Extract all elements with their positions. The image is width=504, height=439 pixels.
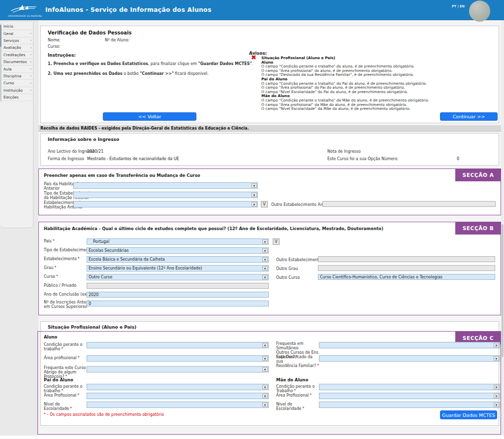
dropdown-arrow-icon[interactable]: ▼	[252, 193, 257, 197]
sidebar-menu: Início Geral› Serviços› Avaliação› Credi…	[2, 23, 33, 101]
university-logo-text: UNIVERSIDADE da MADEIRA	[8, 15, 42, 17]
mae-area-label: Área Profissional*	[276, 393, 320, 398]
forma-ingresso-value: Mestrado - Estudantes de nacionalidade d…	[87, 157, 179, 161]
page-scrollbar-thumb[interactable]	[502, 224, 504, 357]
dropdown-arrow-icon[interactable]: ▼	[252, 183, 257, 188]
avatar[interactable]	[469, 0, 490, 22]
aluno-area-label: Área profissional*	[44, 356, 88, 360]
sidebar-scrollbar[interactable]	[0, 24, 1, 101]
bottom-strip	[0, 436, 504, 439]
dropdown-arrow-icon[interactable]: ▼	[262, 343, 268, 347]
outro-estabelecimento-label: Outro Estabelecimento	[276, 258, 321, 262]
section-a-title: Preencher apenas em caso de Transferênci…	[44, 173, 200, 178]
back-button[interactable]: << Voltar	[103, 112, 196, 121]
estabelecimento-anterior-v-button[interactable]: V	[261, 201, 268, 207]
chevron-right-icon: ›	[30, 32, 32, 35]
aluno-condicao-select[interactable]: ▼	[87, 342, 269, 348]
app-header: UNIVERSIDADE da MADEIRA InfoAlunos - Ser…	[0, 0, 504, 20]
protocolo-select[interactable]: ▼	[87, 366, 269, 372]
page-title: InfoAlunos - Serviço de Informação dos A…	[45, 6, 212, 13]
frequenta-simultaneo-select[interactable]: ▼	[319, 342, 500, 348]
aluno-area-select[interactable]: ▼	[87, 355, 269, 362]
pais-select[interactable]: Portugal▼	[87, 238, 269, 245]
dropdown-arrow-icon[interactable]: ▼	[262, 248, 268, 253]
grau-select[interactable]: Ensino Secundário ou Equivalente (12º An…	[87, 265, 269, 271]
pai-title: Pai do Aluno	[44, 377, 73, 382]
dropdown-arrow-icon[interactable]: ▼	[494, 343, 499, 347]
situacao-profissional-title: Situação Profissional (Aluno e Pais)	[48, 325, 136, 330]
estabelecimento-label: Estabelecimento*	[44, 257, 80, 261]
curso-select[interactable]: Outro Curso▼	[87, 274, 269, 280]
estabelecimento-select[interactable]: Escola Básica e Secundária da Calheta▼	[87, 256, 269, 263]
dropdown-arrow-icon[interactable]: ▼	[494, 385, 499, 389]
continue-button[interactable]: Continuar >>	[440, 112, 498, 121]
tipo-estabelecimento-select[interactable]: Escolas Secundárias▼	[87, 247, 269, 254]
deslocado-residencia-select[interactable]: ▼	[319, 355, 500, 362]
mae-area-select[interactable]: ▼	[319, 393, 500, 399]
ano-lectivo-value: 2020/21	[87, 149, 103, 154]
pais-habilitacao-anterior-select[interactable]: ▼	[73, 182, 258, 189]
outro-grau-input[interactable]	[318, 265, 495, 271]
dropdown-arrow-icon[interactable]: ▼	[262, 394, 268, 398]
grau-label: Grau*	[44, 266, 56, 270]
pais-v-button[interactable]: V	[273, 238, 280, 245]
mae-nivel-select[interactable]: ▼	[319, 402, 500, 408]
sidebar-item-inicio[interactable]: Início	[2, 23, 33, 30]
dropdown-arrow-icon[interactable]: ▼	[262, 385, 268, 389]
outro-estabelecimento-anterior-input[interactable]	[322, 201, 496, 207]
save-mctes-button[interactable]: Guardar Dados MCTES	[440, 410, 497, 419]
sidebar-item-servicos[interactable]: Serviços›	[2, 37, 33, 44]
nota-ingresso-label: Nota de Ingresso	[327, 149, 361, 154]
pai-nivel-label: Nível de Escolaridade*	[44, 402, 88, 411]
chevron-right-icon: ›	[30, 67, 32, 71]
dropdown-arrow-icon[interactable]: ▼	[494, 394, 499, 398]
pai-area-label: Área Profissional*	[44, 393, 88, 398]
dropdown-arrow-icon[interactable]: ▼	[262, 356, 268, 361]
dropdown-arrow-icon[interactable]: ▼	[262, 239, 268, 244]
aviso-line: O campo "Deslocado da sua Residência Fam…	[261, 73, 497, 77]
sidebar-item-documentos[interactable]: Documentos›	[2, 59, 33, 66]
pai-condicao-select[interactable]: ▼	[87, 384, 269, 390]
sidebar-item-disciplina[interactable]: Disciplina›	[2, 73, 33, 80]
dropdown-arrow-icon[interactable]: ▼	[252, 202, 257, 206]
chevron-right-icon: ›	[30, 81, 32, 85]
estabelecimento-anterior-select[interactable]: ▼	[73, 201, 258, 207]
forma-ingresso-label: Forma de Ingresso	[48, 157, 84, 161]
dropdown-arrow-icon[interactable]: ▼	[262, 257, 268, 262]
dropdown-arrow-icon[interactable]: ▼	[262, 266, 268, 270]
publico-privado-input[interactable]	[87, 283, 269, 289]
required-marker: *	[62, 389, 63, 393]
required-marker: *	[317, 364, 319, 368]
outro-estabelecimento-input[interactable]	[318, 256, 495, 262]
sidebar-item-creditacoes[interactable]: Creditações›	[2, 52, 33, 59]
mae-condicao-select[interactable]: ▼	[319, 384, 500, 390]
language-toggle[interactable]: PT | EN	[452, 4, 465, 8]
raides-bar: Recolha de dados RAIDES - exigidos pela …	[38, 125, 501, 132]
aviso-line: O campo "Nível Escolaridade" da Mãe do a…	[261, 107, 497, 111]
mae-condicao-label: Condição perante o Trabalho*	[276, 384, 320, 393]
opcao-label: Este Curso foi a sua Opção Número:	[327, 157, 399, 161]
sidebar-item-aula[interactable]: Aula›	[2, 66, 33, 72]
ano-conclusao-input[interactable]: 2020	[87, 292, 269, 298]
sidebar-item-curso[interactable]: Curso›	[2, 80, 33, 87]
outro-curso-input[interactable]: Curso Científico-Humanístico, Curso de C…	[318, 274, 495, 280]
required-marker: *	[54, 266, 56, 270]
sidebar-item-eleicoes[interactable]: Eleições	[2, 94, 33, 101]
inscricoes-anteriores-input[interactable]: 0	[87, 301, 269, 306]
sidebar-item-avaliacao[interactable]: Avaliação›	[2, 44, 33, 51]
dropdown-arrow-icon[interactable]: ▼	[262, 403, 268, 407]
dropdown-arrow-icon[interactable]: ▼	[494, 356, 499, 361]
dropdown-arrow-icon[interactable]: ▼	[262, 275, 268, 279]
dropdown-arrow-icon[interactable]: ▼	[494, 403, 499, 407]
sidebar-item-instituicao[interactable]: Instituição›	[2, 87, 33, 94]
curso-label: Curso*	[44, 274, 58, 279]
pai-area-select[interactable]: ▼	[87, 393, 269, 399]
error-icon: ✖	[251, 54, 256, 61]
chevron-right-icon: ›	[30, 74, 32, 78]
pai-nivel-select[interactable]: ▼	[87, 402, 269, 408]
sidebar-item-geral[interactable]: Geral›	[2, 30, 33, 37]
sidebar-scrollbar-thumb[interactable]	[0, 25, 1, 47]
tipo-estabelecimento-anterior-select[interactable]: ▼	[73, 192, 258, 198]
section-c-panel: SECÇÃO C Aluno Condição perante o trabal…	[37, 331, 501, 435]
dropdown-arrow-icon[interactable]: ▼	[262, 367, 268, 371]
